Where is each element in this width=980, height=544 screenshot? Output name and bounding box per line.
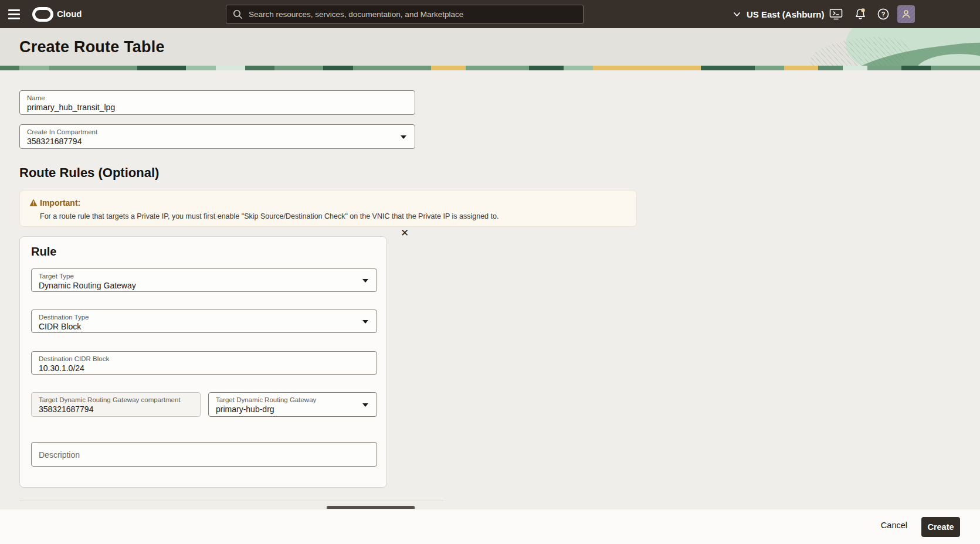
page-title: Create Route Table [19, 38, 165, 56]
remove-rule-close-icon[interactable]: ✕ [399, 227, 411, 239]
region-label: US East (Ashburn) [747, 9, 825, 19]
dropdown-caret-icon [401, 135, 406, 139]
target-type-value: Dynamic Routing Gateway [39, 280, 369, 291]
cancel-button[interactable]: Cancel [881, 521, 907, 530]
destination-cidr-field[interactable]: Destination CIDR Block 10.30.1.0/24 [31, 351, 377, 375]
hamburger-menu-icon[interactable] [8, 7, 23, 21]
decorative-banner-art [798, 28, 980, 66]
dropdown-caret-icon [362, 403, 368, 407]
target-type-select[interactable]: Target Type Dynamic Routing Gateway [31, 268, 377, 292]
compartment-select[interactable]: Create In Compartment 358321687794 [19, 124, 415, 149]
important-notice-body: For a route rule that targets a Private … [40, 212, 499, 220]
dropdown-caret-icon [362, 320, 368, 324]
create-route-table-page: Cloud Search resources, services, docume… [0, 0, 980, 544]
decorative-pattern-strip [0, 66, 980, 70]
top-navigation-bar: Cloud Search resources, services, docume… [0, 0, 980, 28]
warning-triangle-icon [29, 199, 38, 206]
help-icon: ? [877, 8, 890, 21]
destination-type-value: CIDR Block [39, 321, 369, 332]
destination-cidr-label: Destination CIDR Block [39, 355, 369, 363]
drg-select-label: Target Dynamic Routing Gateway [216, 396, 369, 404]
search-placeholder: Search resources, services, documentatio… [249, 10, 463, 19]
name-field-value: primary_hub_transit_lpg [27, 102, 408, 113]
user-avatar[interactable] [897, 5, 915, 23]
oracle-logo-icon[interactable] [32, 7, 53, 22]
destination-type-label: Destination Type [39, 313, 369, 321]
create-button[interactable]: Create [921, 517, 960, 537]
destination-type-select[interactable]: Destination Type CIDR Block [31, 310, 377, 333]
route-rules-heading: Route Rules (Optional) [19, 165, 159, 181]
help-button[interactable]: ? [877, 0, 890, 28]
global-search-input[interactable]: Search resources, services, documentatio… [226, 5, 584, 24]
important-notice: Important: For a route rule that targets… [19, 190, 637, 227]
cloud-shell-button[interactable] [829, 0, 843, 28]
notification-badge-dot [861, 8, 864, 12]
target-type-label: Target Type [39, 272, 369, 280]
drg-compartment-field[interactable]: Target Dynamic Routing Gateway compartme… [31, 392, 201, 417]
compartment-select-value: 358321687794 [27, 136, 408, 147]
person-icon [901, 9, 911, 19]
brand-label: Cloud [57, 0, 82, 28]
region-selector[interactable]: US East (Ashburn) [733, 0, 825, 28]
drg-compartment-value: 358321687794 [39, 404, 193, 414]
bell-icon [854, 8, 867, 21]
important-notice-title: Important: [40, 198, 80, 208]
name-field-label: Name [27, 94, 408, 102]
destination-cidr-value: 10.30.1.0/24 [39, 363, 369, 373]
drg-select-value: primary-hub-drg [216, 404, 369, 414]
svg-text:?: ? [881, 11, 886, 18]
notifications-button[interactable] [854, 0, 867, 28]
description-field[interactable]: Description [31, 442, 377, 467]
description-placeholder: Description [39, 450, 80, 460]
compartment-select-label: Create In Compartment [27, 128, 408, 136]
search-icon [233, 9, 243, 19]
console-monitor-icon [829, 8, 843, 21]
main-content: Name primary_hub_transit_lpg Create In C… [0, 70, 980, 509]
chevron-down-icon [733, 10, 741, 19]
action-footer: Cancel Create [0, 509, 980, 544]
rule-heading: Rule [31, 245, 56, 259]
dropdown-caret-icon [362, 279, 368, 283]
page-title-band: Create Route Table [0, 28, 980, 66]
route-rule-card: Rule Target Type Dynamic Routing Gateway… [19, 236, 387, 488]
drg-compartment-label: Target Dynamic Routing Gateway compartme… [39, 396, 193, 404]
section-divider [19, 501, 443, 501]
name-field[interactable]: Name primary_hub_transit_lpg [19, 90, 415, 115]
drg-select[interactable]: Target Dynamic Routing Gateway primary-h… [208, 392, 377, 417]
